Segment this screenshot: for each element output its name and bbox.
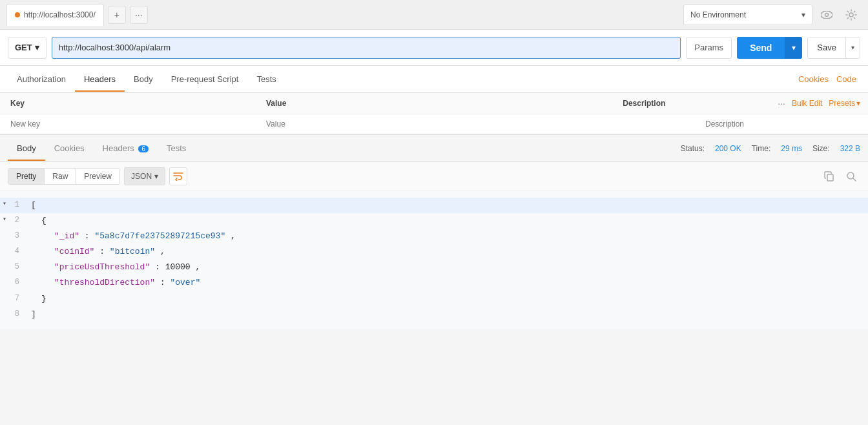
code-link[interactable]: Code bbox=[832, 74, 860, 84]
json-content-3: "_id" : "5a8c7d7fe23752897215ce93" , bbox=[28, 229, 868, 244]
svg-rect-3 bbox=[827, 174, 833, 181]
resp-tab-headers[interactable]: Headers 6 bbox=[94, 137, 158, 161]
wrap-button[interactable] bbox=[169, 167, 187, 185]
more-tabs-button[interactable]: ··· bbox=[130, 6, 148, 24]
json-key-5: "priceUsdThreshold" bbox=[54, 262, 150, 272]
json-content-2: { bbox=[28, 214, 868, 228]
copy-button[interactable] bbox=[820, 167, 838, 185]
new-header-row bbox=[0, 114, 868, 134]
line-num-3: 3 bbox=[0, 229, 28, 242]
method-selector[interactable]: GET ▾ bbox=[8, 37, 46, 59]
method-chevron-icon: ▾ bbox=[35, 43, 39, 52]
more-options-button[interactable]: ··· bbox=[778, 98, 785, 109]
new-tab-button[interactable]: + bbox=[108, 6, 126, 24]
tab-headers[interactable]: Headers bbox=[75, 68, 125, 92]
line-num-8: 8 bbox=[0, 307, 28, 320]
tab-pre-request-script[interactable]: Pre-request Script bbox=[162, 68, 248, 92]
json-key-3: "_id" bbox=[54, 231, 79, 241]
request-tabs: Authorization Headers Body Pre-request S… bbox=[0, 66, 868, 93]
cookies-link[interactable]: Cookies bbox=[794, 74, 832, 84]
new-key-cell bbox=[8, 119, 266, 129]
pretty-button[interactable]: Pretty bbox=[8, 169, 45, 184]
tab-tests[interactable]: Tests bbox=[247, 68, 285, 92]
line-num-2: ▾ 2 bbox=[0, 214, 28, 227]
eye-button[interactable] bbox=[816, 5, 837, 25]
headers-table-header: Key Value Description ··· Bulk Edit Pres… bbox=[0, 93, 868, 114]
save-dropdown-button[interactable]: ▾ bbox=[845, 37, 860, 58]
json-chevron-icon: ▾ bbox=[154, 172, 158, 181]
preview-button[interactable]: Preview bbox=[76, 169, 119, 184]
url-bar: GET ▾ Params Send ▾ Save ▾ bbox=[0, 30, 868, 66]
line-num-1: ▾ 1 bbox=[0, 198, 28, 211]
url-input[interactable] bbox=[52, 37, 681, 59]
raw-button[interactable]: Raw bbox=[45, 169, 76, 184]
tab-label: http://localhost:3000/ bbox=[24, 10, 96, 19]
json-key-4: "coinId" bbox=[54, 247, 94, 256]
json-viewer: ▾ 1 [ ▾ 2 { 3 "_id" : "5a8c7d7fe23752897… bbox=[0, 191, 868, 329]
key-column-header: Key bbox=[8, 99, 266, 108]
collapse-arrow-1[interactable]: ▾ bbox=[3, 198, 6, 209]
status-label: Status: bbox=[681, 144, 705, 153]
resp-tab-body[interactable]: Body bbox=[8, 137, 45, 161]
json-content-1: [ bbox=[28, 198, 868, 212]
value-column-header: Value bbox=[266, 99, 623, 108]
description-column-header: Description bbox=[623, 99, 778, 108]
line-num-4: 4 bbox=[0, 245, 28, 258]
search-button[interactable] bbox=[842, 167, 860, 185]
json-line-4: 4 "coinId" : "bitcoin" , bbox=[0, 244, 868, 260]
json-content-8: ] bbox=[28, 307, 868, 322]
json-format-selector[interactable]: JSON ▾ bbox=[124, 167, 165, 185]
tab-bar: http://localhost:3000/ + ··· No Environm… bbox=[0, 0, 868, 30]
json-line-6: 6 "thresholdDirection" : "over" bbox=[0, 275, 868, 291]
json-content-7: } bbox=[28, 292, 868, 306]
presets-chevron-icon: ▾ bbox=[856, 99, 860, 108]
presets-button[interactable]: Presets ▾ bbox=[829, 99, 860, 108]
send-main-button[interactable]: Send bbox=[737, 37, 785, 59]
tab-authorization[interactable]: Authorization bbox=[8, 68, 75, 92]
line-num-7: 7 bbox=[0, 292, 28, 305]
new-description-input[interactable] bbox=[705, 119, 860, 129]
resp-tab-cookies[interactable]: Cookies bbox=[45, 137, 94, 161]
headers-actions: ··· Bulk Edit Presets ▾ bbox=[778, 98, 860, 109]
status-info: Status: 200 OK Time: 29 ms Size: 322 B bbox=[681, 144, 860, 153]
json-line-5: 5 "priceUsdThreshold" : 10000 , bbox=[0, 260, 868, 275]
time-label: Time: bbox=[752, 144, 771, 153]
environment-selector[interactable]: No Environment ▾ bbox=[683, 5, 812, 25]
active-tab[interactable]: http://localhost:3000/ bbox=[6, 4, 104, 26]
new-value-cell bbox=[266, 119, 705, 129]
svg-point-1 bbox=[825, 13, 829, 16]
json-key-6: "thresholdDirection" bbox=[54, 278, 155, 287]
json-value-4: "bitcoin" bbox=[110, 247, 155, 256]
bulk-edit-button[interactable]: Bulk Edit bbox=[792, 99, 822, 108]
response-tabs: Body Cookies Headers 6 Tests Status: 200… bbox=[0, 135, 868, 162]
send-button-group: Send ▾ bbox=[737, 37, 802, 59]
format-button-group: Pretty Raw Preview bbox=[8, 168, 120, 185]
time-value: 29 ms bbox=[781, 144, 802, 153]
method-label: GET bbox=[15, 43, 32, 52]
params-button[interactable]: Params bbox=[686, 37, 732, 59]
status-value: 200 OK bbox=[715, 144, 741, 153]
collapse-arrow-2[interactable]: ▾ bbox=[3, 214, 6, 225]
chevron-down-icon: ▾ bbox=[801, 10, 805, 19]
new-key-input[interactable] bbox=[10, 119, 266, 129]
json-line-1: ▾ 1 [ bbox=[0, 198, 868, 213]
send-dropdown-button[interactable]: ▾ bbox=[785, 37, 802, 59]
json-value-3: "5a8c7d7fe23752897215ce93" bbox=[94, 231, 225, 241]
json-value-6: "over" bbox=[170, 278, 200, 287]
new-value-input[interactable] bbox=[266, 119, 705, 129]
new-description-cell bbox=[705, 119, 860, 129]
headers-table: Key Value Description ··· Bulk Edit Pres… bbox=[0, 93, 868, 135]
size-label: Size: bbox=[812, 144, 830, 153]
headers-badge: 6 bbox=[138, 145, 149, 152]
tab-body[interactable]: Body bbox=[125, 68, 162, 92]
resp-tab-tests[interactable]: Tests bbox=[158, 137, 195, 161]
line-num-6: 6 bbox=[0, 276, 28, 289]
svg-point-0 bbox=[821, 11, 832, 19]
environment-label: No Environment bbox=[690, 10, 746, 19]
save-button-group: Save ▾ bbox=[807, 37, 860, 59]
json-content-6: "thresholdDirection" : "over" bbox=[28, 276, 868, 290]
json-content-4: "coinId" : "bitcoin" , bbox=[28, 245, 868, 259]
settings-button[interactable] bbox=[841, 5, 862, 25]
line-num-5: 5 bbox=[0, 260, 28, 273]
save-main-button[interactable]: Save bbox=[808, 37, 845, 58]
